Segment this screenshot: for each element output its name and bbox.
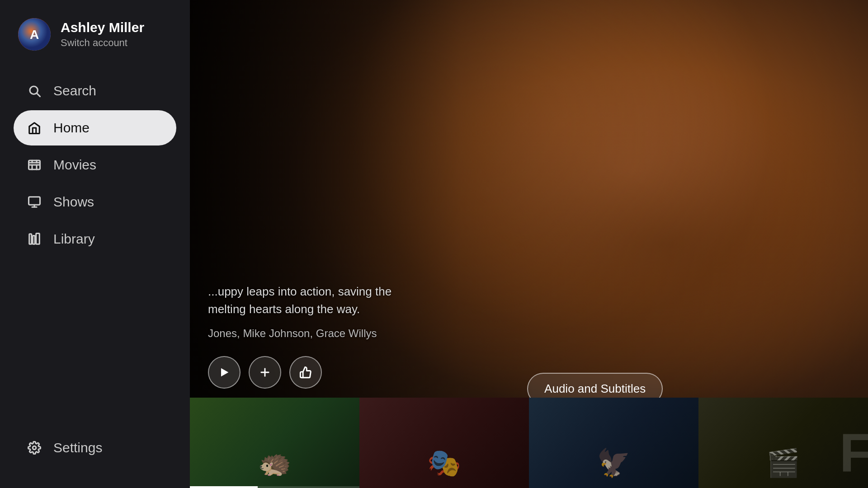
svg-line-3 (37, 94, 40, 97)
svg-point-17 (33, 446, 36, 450)
movies-label: Movies (53, 157, 96, 173)
hero-actions: Audio and Subtitles (208, 356, 392, 389)
settings-icon (26, 441, 42, 455)
shows-icon (26, 195, 42, 209)
svg-text:A: A (30, 28, 39, 42)
sidebar-item-settings[interactable]: Settings (14, 430, 176, 465)
hero-description: ...uppy leaps into action, saving themel… (208, 283, 392, 318)
settings-label: Settings (53, 440, 102, 455)
user-section[interactable]: A Ashley Miller Switch account (9, 0, 181, 73)
thumbnail-1[interactable] (190, 398, 359, 488)
user-info: Ashley Miller Switch account (61, 20, 144, 49)
library-label: Library (53, 231, 95, 247)
user-name: Ashley Miller (61, 20, 144, 35)
add-to-list-button[interactable] (249, 356, 281, 389)
like-button[interactable] (289, 356, 322, 389)
decorative-letter: F (840, 421, 868, 483)
hero-cast: Jones, Mike Johnson, Grace Willys (208, 327, 392, 340)
sidebar: A Ashley Miller Switch account Search (0, 0, 190, 488)
nav-menu: Search Home (9, 73, 181, 421)
svg-rect-11 (29, 197, 40, 205)
movies-icon (26, 158, 42, 172)
settings-section: Settings (9, 421, 181, 488)
svg-rect-16 (36, 234, 40, 244)
sidebar-item-home[interactable]: Home (14, 110, 176, 145)
avatar: A (18, 18, 51, 51)
svg-rect-14 (29, 234, 32, 244)
hero-content: ...uppy leaps into action, saving themel… (208, 283, 392, 389)
home-icon (26, 121, 42, 135)
progress-fill-1 (190, 486, 258, 488)
svg-marker-18 (221, 368, 228, 377)
progress-bar-1 (190, 486, 359, 488)
svg-rect-15 (33, 236, 35, 244)
sidebar-item-movies[interactable]: Movies (14, 147, 176, 183)
shows-label: Shows (53, 194, 94, 210)
main-content: ...uppy leaps into action, saving themel… (190, 0, 868, 488)
switch-account-link[interactable]: Switch account (61, 37, 144, 49)
thumbnail-3[interactable] (529, 398, 698, 488)
search-label: Search (53, 83, 96, 99)
sidebar-item-library[interactable]: Library (14, 221, 176, 257)
play-button[interactable] (208, 356, 241, 389)
home-label: Home (53, 120, 90, 136)
library-icon (26, 232, 42, 246)
thumbnail-2[interactable] (359, 398, 529, 488)
search-icon (26, 84, 42, 98)
thumbnails-row (190, 398, 868, 488)
sidebar-item-search[interactable]: Search (14, 73, 176, 108)
sidebar-item-shows[interactable]: Shows (14, 184, 176, 220)
